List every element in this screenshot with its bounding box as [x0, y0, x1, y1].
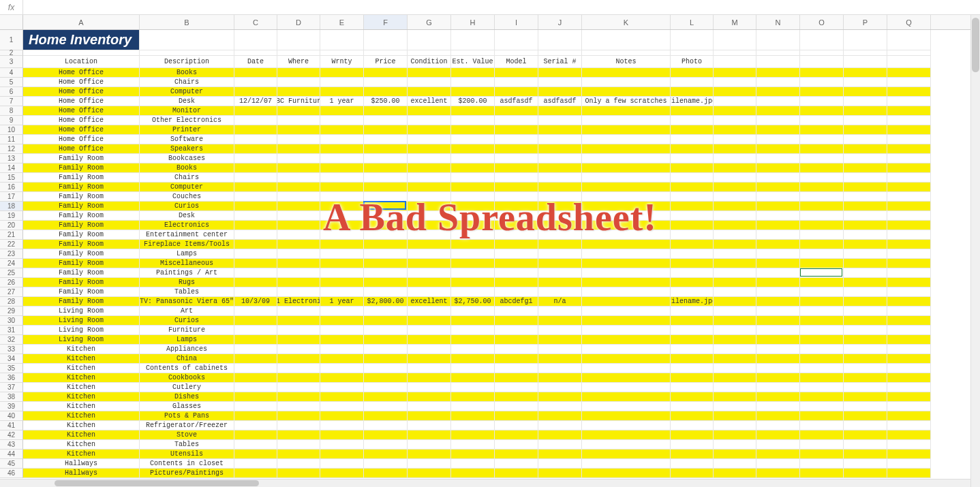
- cell-I15[interactable]: [495, 173, 538, 183]
- cell-F5[interactable]: [364, 78, 408, 87]
- cell-B29[interactable]: Art: [140, 307, 234, 316]
- cell-E39[interactable]: [320, 402, 364, 411]
- cell-H12[interactable]: [451, 144, 495, 154]
- cell-H18[interactable]: [451, 202, 495, 211]
- cell-L46[interactable]: [671, 469, 714, 478]
- cell-I29[interactable]: [495, 307, 538, 316]
- cell-L4[interactable]: [671, 68, 714, 78]
- cell-A9[interactable]: Home Office: [23, 116, 140, 125]
- cell-D8[interactable]: [277, 106, 320, 116]
- cell-B18[interactable]: Curios: [140, 202, 234, 211]
- cell-J19[interactable]: [538, 211, 582, 221]
- cell-I6[interactable]: [495, 87, 538, 97]
- cell-N6[interactable]: [756, 87, 800, 97]
- cell-A15[interactable]: Family Room: [23, 173, 140, 183]
- cell-Q35[interactable]: [887, 364, 931, 373]
- select-all-corner[interactable]: [0, 15, 23, 30]
- column-header-A[interactable]: A: [23, 15, 140, 29]
- cell-G33[interactable]: [408, 345, 451, 354]
- cell-N27[interactable]: [756, 287, 800, 297]
- cell-H27[interactable]: [451, 287, 495, 297]
- cell-I33[interactable]: [495, 345, 538, 354]
- cell-Q28[interactable]: [887, 297, 931, 307]
- cell-H22[interactable]: [451, 240, 495, 249]
- row-header-9[interactable]: 9: [0, 116, 23, 125]
- cell-L19[interactable]: [671, 211, 714, 221]
- cell-E11[interactable]: [320, 135, 364, 144]
- cell-N32[interactable]: [756, 335, 800, 345]
- cell-Q24[interactable]: [887, 259, 931, 268]
- cell-J44[interactable]: [538, 450, 582, 459]
- cell-O19[interactable]: [800, 211, 844, 221]
- cell-Q2[interactable]: [887, 50, 931, 56]
- cell-L35[interactable]: [671, 364, 714, 373]
- cell-C40[interactable]: [234, 411, 277, 421]
- cell-I22[interactable]: [495, 240, 538, 249]
- cell-G40[interactable]: [408, 411, 451, 421]
- cell-I2[interactable]: [495, 50, 538, 56]
- cell-P16[interactable]: [844, 183, 887, 192]
- cell-N19[interactable]: [756, 211, 800, 221]
- row-header-7[interactable]: 7: [0, 97, 23, 106]
- cell-F16[interactable]: [364, 183, 408, 192]
- cell-H28[interactable]: $2,750.00: [451, 297, 495, 307]
- cell-M31[interactable]: [714, 326, 756, 335]
- cell-M34[interactable]: [714, 354, 756, 364]
- cell-C32[interactable]: [234, 335, 277, 345]
- cell-E31[interactable]: [320, 326, 364, 335]
- cell-G45[interactable]: [408, 459, 451, 469]
- cell-O16[interactable]: [800, 183, 844, 192]
- cell-H40[interactable]: [451, 411, 495, 421]
- cell-E44[interactable]: [320, 450, 364, 459]
- cell-C18[interactable]: [234, 202, 277, 211]
- cell-A3[interactable]: Location: [23, 56, 140, 68]
- cell-C44[interactable]: [234, 450, 277, 459]
- cell-Q22[interactable]: [887, 240, 931, 249]
- cell-G37[interactable]: [408, 383, 451, 392]
- cell-E4[interactable]: [320, 68, 364, 78]
- row-header-17[interactable]: 17: [0, 192, 23, 202]
- cell-C23[interactable]: [234, 249, 277, 259]
- row-header-29[interactable]: 29: [0, 307, 23, 316]
- cell-D18[interactable]: [277, 202, 320, 211]
- cell-M30[interactable]: [714, 316, 756, 326]
- cell-F21[interactable]: [364, 230, 408, 240]
- cell-B1[interactable]: [140, 30, 234, 50]
- cell-G26[interactable]: [408, 278, 451, 287]
- row-header-24[interactable]: 24: [0, 259, 23, 268]
- cell-L7[interactable]: filename.jpg: [671, 97, 714, 106]
- cell-A41[interactable]: Kitchen: [23, 421, 140, 430]
- cell-I37[interactable]: [495, 383, 538, 392]
- cell-K45[interactable]: [582, 459, 671, 469]
- cell-C5[interactable]: [234, 78, 277, 87]
- cell-G14[interactable]: [408, 163, 451, 173]
- cell-L24[interactable]: [671, 259, 714, 268]
- cell-J24[interactable]: [538, 259, 582, 268]
- cell-O40[interactable]: [800, 411, 844, 421]
- cell-G38[interactable]: [408, 392, 451, 402]
- cell-C3[interactable]: Date: [234, 56, 277, 68]
- cell-A14[interactable]: Family Room: [23, 163, 140, 173]
- row-header-46[interactable]: 46: [0, 469, 23, 478]
- cell-F35[interactable]: [364, 364, 408, 373]
- cell-D28[interactable]: #1 Electronic: [277, 297, 320, 307]
- cell-I34[interactable]: [495, 354, 538, 364]
- row-header-42[interactable]: 42: [0, 430, 23, 440]
- cell-N11[interactable]: [756, 135, 800, 144]
- cell-M23[interactable]: [714, 249, 756, 259]
- cell-K21[interactable]: [582, 230, 671, 240]
- column-header-N[interactable]: N: [756, 15, 800, 29]
- cell-M35[interactable]: [714, 364, 756, 373]
- cell-E6[interactable]: [320, 87, 364, 97]
- cell-P29[interactable]: [844, 307, 887, 316]
- cell-D31[interactable]: [277, 326, 320, 335]
- cell-F30[interactable]: [364, 316, 408, 326]
- cell-H25[interactable]: [451, 268, 495, 278]
- cell-O20[interactable]: [800, 221, 844, 230]
- cell-M7[interactable]: [714, 97, 756, 106]
- cell-F43[interactable]: [364, 440, 408, 450]
- cell-J18[interactable]: [538, 202, 582, 211]
- cell-D40[interactable]: [277, 411, 320, 421]
- cell-D44[interactable]: [277, 450, 320, 459]
- cell-F44[interactable]: [364, 450, 408, 459]
